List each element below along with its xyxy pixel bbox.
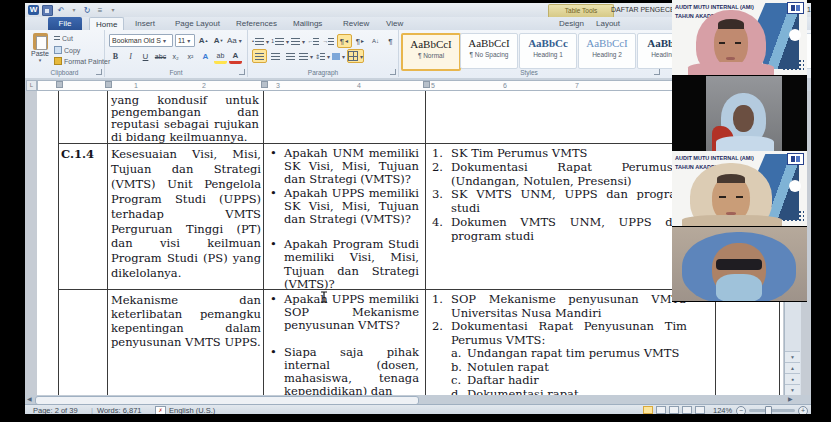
paragraph-group: •▾ 1▾ ▾ ← → ¶◄ ¶► A↓ ¶ ▾ ⇕▾ ▾ [248, 30, 399, 77]
tab-design[interactable]: Design [553, 17, 590, 30]
font-size-select[interactable]: 11▾ [175, 34, 195, 47]
italic-button[interactable]: I [124, 51, 137, 63]
spellcheck-icon[interactable]: ✗ [155, 406, 166, 414]
style-no-spacing[interactable]: AaBbCcI¶ No Spacing [460, 33, 518, 69]
zoom-slider-thumb[interactable] [765, 406, 772, 414]
shading-button[interactable]: ▾ [332, 50, 345, 62]
style-normal[interactable]: AaBbCcI¶ Normal [401, 33, 461, 71]
print-layout-view-button[interactable] [643, 406, 653, 414]
browse-next-icon[interactable]: ▼ [785, 384, 800, 395]
tab-review[interactable]: Review [337, 17, 375, 30]
superscript-button[interactable]: x² [184, 51, 197, 63]
show-hide-marks-button[interactable]: ¶ [384, 35, 397, 47]
right-to-left-button[interactable]: ¶► [354, 35, 367, 47]
language-indicator[interactable]: English (U.S.) [169, 406, 215, 414]
table-column-marker[interactable] [261, 81, 268, 88]
clipboard-dialog-launcher[interactable] [96, 69, 102, 75]
tab-selector[interactable]: L [26, 80, 37, 91]
table-cell: Mekanisme dan keterlibatan pemangku kepe… [111, 293, 261, 349]
align-center-button[interactable] [269, 50, 282, 62]
increase-indent-button[interactable]: → [322, 35, 335, 47]
align-right-button[interactable] [284, 50, 297, 62]
style-heading2[interactable]: AaBbCcIHeading 2 [578, 33, 636, 69]
zoom-slider[interactable] [749, 409, 795, 412]
save-button[interactable] [42, 5, 53, 16]
qat-customize-icon[interactable]: ▾ [108, 6, 118, 15]
outline-view-button[interactable] [682, 406, 692, 414]
sort-button[interactable]: A↓ [369, 35, 382, 47]
scroll-left-icon[interactable]: ◀ [27, 395, 32, 404]
table-cell: yang kondusif untuk pengembangan dan rep… [111, 94, 259, 143]
format-painter-icon [54, 57, 62, 65]
paste-button[interactable]: Paste ▾ [28, 33, 52, 63]
tab-view[interactable]: View [380, 17, 409, 30]
grow-font-button[interactable]: A▲ [197, 35, 210, 47]
underline-button[interactable]: U [139, 51, 152, 63]
bullets-button[interactable]: •▾ [252, 35, 269, 47]
unm-logo-icon [787, 2, 804, 14]
subscript-button[interactable]: x₂ [169, 51, 182, 63]
paragraph-dialog-launcher[interactable] [390, 69, 396, 75]
video-frame [706, 76, 782, 151]
table-column-marker[interactable] [423, 81, 430, 88]
multilevel-list-button[interactable]: ▾ [291, 35, 305, 47]
decrease-indent-button[interactable]: ← [307, 35, 320, 47]
qat-menu-icon[interactable]: ≡ [95, 6, 105, 15]
copy-button[interactable]: Copy [54, 46, 80, 54]
bold-button[interactable]: B [109, 51, 122, 63]
text-effects-button[interactable]: A [199, 51, 212, 63]
table-column-marker[interactable] [56, 81, 63, 88]
format-painter-button[interactable]: Format Painter [54, 57, 110, 65]
table-cell: Apakah UPPS memiliki SOP Mekanisme penyu… [267, 293, 419, 395]
word-count[interactable]: Words: 6,871 [97, 406, 141, 414]
tab-layout[interactable]: Layout [590, 17, 626, 30]
line-spacing-button[interactable]: ⇕▾ [315, 50, 330, 62]
borders-button[interactable]: ▾ [347, 49, 364, 63]
tab-mailings[interactable]: Mailings [287, 17, 328, 30]
horizontal-scrollbar[interactable]: ◀ ▶ [25, 395, 811, 404]
strikethrough-button[interactable]: abc [154, 51, 167, 63]
quick-access-toolbar: W ↶ ▾ ↻ ≡ ▾ [28, 5, 118, 15]
font-group: Bookman Old S▾ 11▾ A▲ A▼ Aa▾ B I U abc x… [105, 30, 248, 77]
tab-references[interactable]: References [230, 17, 283, 30]
face-mask [716, 274, 762, 302]
undo-dropdown-icon[interactable]: ▾ [69, 6, 79, 15]
left-to-right-button[interactable]: ¶◄ [337, 34, 352, 48]
text-cursor-icon [320, 291, 328, 303]
numbering-button[interactable]: 1▾ [271, 35, 289, 47]
cut-button[interactable]: Cut [54, 35, 73, 42]
tab-page-layout[interactable]: Page Layout [169, 17, 226, 30]
zoom-out-icon[interactable]: − [736, 406, 746, 414]
redo-icon[interactable]: ↻ [82, 6, 92, 15]
fullscreen-reading-view-button[interactable] [656, 406, 666, 414]
video-participant-2[interactable] [672, 76, 807, 152]
scroll-right-icon[interactable]: ▶ [788, 395, 793, 404]
video-participant-3[interactable]: AUDIT MUTU INTERNAL (AMI) TAHUN AKADEMIK [672, 151, 807, 227]
word-logo-icon[interactable]: W [28, 5, 39, 15]
video-participant-4[interactable] [672, 227, 807, 303]
font-dialog-launcher[interactable] [239, 69, 245, 75]
web-layout-view-button[interactable] [669, 406, 679, 414]
page-indicator[interactable]: Page: 2 of 39 [33, 406, 78, 414]
tab-insert[interactable]: Insert [129, 17, 161, 30]
undo-icon[interactable]: ↶ [56, 6, 66, 15]
tab-home[interactable]: Home [89, 17, 124, 31]
zoom-level[interactable]: 124% [713, 406, 732, 414]
clipboard-group: Paste ▾ Cut Copy Format Painter Clipboar… [25, 30, 105, 77]
zoom-in-icon[interactable]: + [798, 406, 808, 414]
font-color-button[interactable]: A [229, 49, 242, 64]
change-case-button[interactable]: Aa▾ [227, 35, 242, 47]
table-border [263, 91, 264, 395]
video-participant-1[interactable]: AUDIT MUTU INTERNAL (AMI) TAHUN AKADEMIK [672, 0, 807, 76]
font-name-select[interactable]: Bookman Old S▾ [109, 34, 173, 47]
style-heading1[interactable]: AaBbCcHeading 1 [519, 33, 577, 69]
shrink-font-button[interactable]: A▼ [212, 35, 225, 47]
highlight-color-button[interactable]: ab [214, 49, 227, 64]
styles-dialog-launcher[interactable] [654, 69, 660, 75]
justify-button[interactable]: ▾ [299, 50, 313, 62]
draft-view-button[interactable] [695, 406, 705, 414]
table-tools-context-label: Table Tools [548, 4, 614, 17]
table-column-marker[interactable] [105, 81, 112, 88]
align-left-button[interactable] [252, 49, 267, 63]
tab-file[interactable]: File [48, 17, 82, 30]
